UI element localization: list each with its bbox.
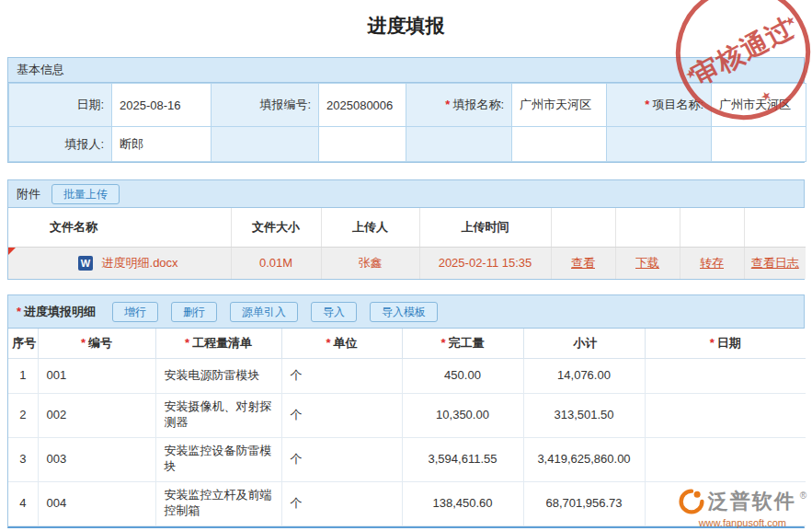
date-field[interactable]: 2025-08-16 — [112, 84, 212, 127]
attach-col-empty — [680, 208, 744, 247]
uploader-cell: 张鑫 — [321, 247, 419, 279]
field-label-text: 项目名称: — [652, 98, 703, 111]
col-item: *工程量清单 — [155, 329, 281, 358]
cell-completed[interactable]: 450.00 — [402, 358, 523, 393]
add-row-button[interactable]: 增行 — [112, 302, 158, 322]
cell-code[interactable]: 001 — [38, 358, 155, 393]
col-label: 日期 — [717, 336, 741, 350]
required-marker: * — [440, 336, 445, 350]
attach-col-empty — [551, 208, 615, 247]
cell-unit[interactable]: 个 — [281, 437, 402, 481]
field-label-text: 填报人: — [64, 137, 104, 151]
table-row: 3 003 安装监控设备防雷模块 个 3,594,611.55 3,419,62… — [8, 437, 806, 481]
report-no-field[interactable]: 2025080006 — [319, 84, 406, 127]
download-link[interactable]: 下载 — [635, 256, 659, 270]
field-label-project-name: *项目名称: — [607, 84, 712, 127]
cell-code[interactable]: 004 — [38, 481, 155, 525]
action-cell: 下载 — [615, 247, 680, 279]
cell-subtotal: 68,701,956.73 — [523, 481, 645, 525]
attach-col-filename: 文件名称 — [8, 208, 231, 247]
cell-subtotal: 3,419,625,860.00 — [523, 437, 645, 481]
page-title: 进度填报 — [0, 13, 812, 39]
cell-completed[interactable]: 138,450.60 — [402, 481, 523, 525]
action-cell: 查看 — [551, 247, 615, 279]
field-label-date: 日期: — [9, 84, 112, 127]
report-name-field[interactable]: 广州市天河区 — [512, 84, 607, 127]
brand-reg-mark: ® — [800, 491, 806, 501]
file-size-cell: 0.01M — [231, 247, 321, 279]
file-name-link[interactable]: 进度明细.docx — [102, 256, 178, 270]
cell-code[interactable]: 003 — [38, 437, 155, 481]
required-marker: * — [17, 305, 21, 318]
cell-unit[interactable]: 个 — [281, 358, 402, 393]
project-name-field[interactable]: 广州市天河区 — [712, 84, 806, 127]
field-label-report-name: *填报名称: — [406, 84, 512, 127]
fanpu-logo-icon — [679, 489, 704, 517]
field-label-text: 日期: — [76, 98, 104, 111]
attachments-title: 附件 — [17, 186, 40, 202]
field-label-text: 填报名称: — [452, 98, 504, 111]
col-code: *编号 — [38, 329, 155, 358]
col-date: *日期 — [645, 329, 806, 358]
upload-time-cell: 2025-02-11 15:35 — [419, 247, 551, 279]
cell-unit[interactable]: 个 — [281, 481, 402, 525]
attach-col-empty — [615, 208, 680, 247]
col-label: 工程量清单 — [192, 336, 252, 350]
cell-date[interactable] — [645, 393, 806, 437]
table-row: 1 001 安装电源防雷模块 个 450.00 14,076.00 — [8, 358, 806, 393]
cell-completed[interactable]: 10,350.00 — [402, 393, 523, 437]
required-marker: * — [710, 336, 715, 350]
cell-item[interactable]: 安装监控设备防雷模块 — [155, 437, 281, 481]
table-row: 2 002 安装摄像机、对射探测器 个 10,350.00 313,501.50 — [8, 393, 806, 437]
progress-detail-title: 进度填报明细 — [24, 304, 96, 320]
attach-col-uploader: 上传人 — [321, 208, 419, 247]
empty-cell — [607, 127, 712, 162]
attach-col-filesize: 文件大小 — [231, 208, 321, 247]
col-completed: *完工量 — [402, 329, 523, 358]
empty-cell — [212, 127, 319, 162]
required-marker: * — [645, 98, 649, 111]
action-cell: 转存 — [680, 247, 744, 279]
attach-col-uploadtime: 上传时间 — [419, 208, 551, 247]
cell-date[interactable] — [645, 358, 806, 393]
cell-seq: 4 — [8, 481, 38, 525]
field-label-text: 填报编号: — [259, 98, 311, 111]
cell-code[interactable]: 002 — [38, 393, 155, 437]
cell-date[interactable] — [645, 437, 806, 481]
col-label: 完工量 — [449, 336, 485, 350]
import-template-button[interactable]: 导入模板 — [370, 302, 438, 322]
reporter-field[interactable]: 断郎 — [112, 127, 212, 162]
table-row: 日期: 2025-08-16 填报编号: 2025080006 *填报名称: 广… — [9, 84, 806, 127]
required-marker: * — [326, 336, 330, 350]
brand-name: 泛普软件 — [708, 489, 796, 514]
import-button[interactable]: 导入 — [311, 302, 357, 322]
attachments-section: 附件 批量上传 文件名称 文件大小 上传人 上传时间 W — [7, 179, 805, 280]
source-import-button[interactable]: 源单引入 — [230, 302, 298, 322]
cell-item[interactable]: 安装监控立杆及前端控制箱 — [155, 481, 281, 525]
col-unit: *单位 — [281, 329, 402, 358]
view-link[interactable]: 查看 — [571, 256, 595, 270]
empty-cell — [319, 127, 406, 162]
cell-seq: 3 — [8, 437, 38, 481]
transfer-link[interactable]: 转存 — [700, 256, 724, 270]
cell-subtotal: 14,076.00 — [523, 358, 645, 393]
cell-item[interactable]: 安装摄像机、对射探测器 — [155, 393, 281, 437]
col-label: 小计 — [574, 336, 598, 350]
required-marker: * — [445, 98, 450, 111]
cell-seq: 2 — [8, 393, 38, 437]
table-row: 填报人: 断郎 — [9, 127, 806, 162]
delete-row-button[interactable]: 删行 — [171, 302, 217, 322]
action-cell: 查看日志 — [744, 247, 806, 279]
basic-info-title: 基本信息 — [17, 62, 64, 78]
batch-upload-button[interactable]: 批量上传 — [51, 184, 120, 204]
cell-completed[interactable]: 3,594,611.55 — [402, 437, 523, 481]
cell-item[interactable]: 安装电源防雷模块 — [155, 358, 281, 393]
attachments-table: 文件名称 文件大小 上传人 上传时间 W 进度明细.docx 0.01M 张鑫 … — [8, 208, 806, 279]
field-label-reporter: 填报人: — [9, 127, 112, 162]
table-header-row: 文件名称 文件大小 上传人 上传时间 — [8, 208, 806, 247]
cell-unit[interactable]: 个 — [281, 393, 402, 437]
view-log-link[interactable]: 查看日志 — [751, 256, 799, 270]
col-label: 单位 — [334, 336, 358, 350]
field-label-report-no: 填报编号: — [212, 84, 319, 127]
word-file-icon: W — [78, 256, 93, 271]
